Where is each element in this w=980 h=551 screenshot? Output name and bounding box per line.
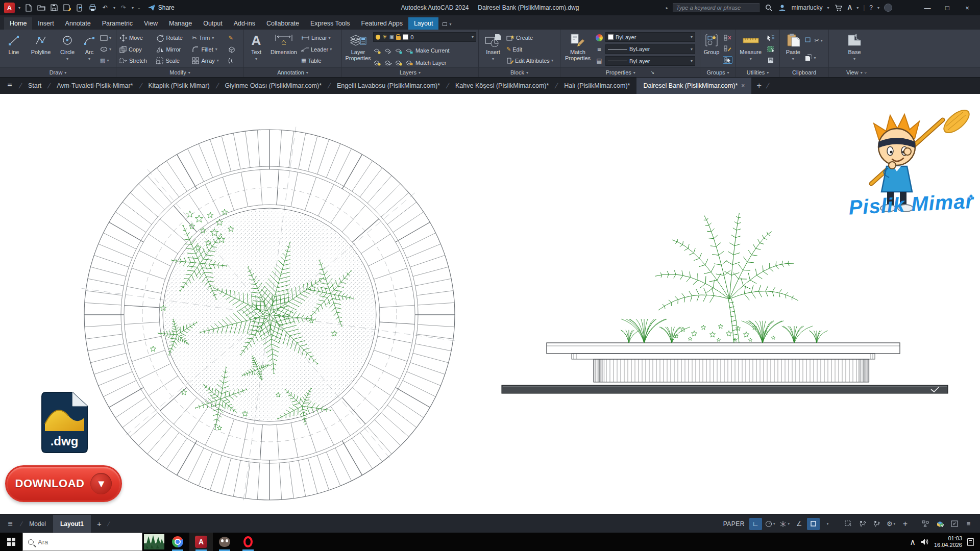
layer-freeze-icon[interactable] xyxy=(395,47,403,54)
save-as-icon[interactable] xyxy=(62,3,71,12)
taskbar-gimp[interactable] xyxy=(213,533,236,551)
search-expand-icon[interactable]: ▸ xyxy=(666,6,668,10)
tray-expand-icon[interactable]: ∧ xyxy=(910,537,916,547)
create-block-button[interactable]: Create xyxy=(506,33,553,43)
tab-annotate[interactable]: Annotate xyxy=(60,17,96,30)
tab-insert[interactable]: Insert xyxy=(32,17,59,30)
tab-manage[interactable]: Manage xyxy=(163,17,198,30)
group-edit-icon[interactable] xyxy=(724,45,731,52)
help-caret-icon[interactable]: ▾ xyxy=(877,6,879,10)
polar-tracking-toggle[interactable]: ▾ xyxy=(764,518,777,530)
ellipse-tool[interactable]: ▾ xyxy=(100,44,111,55)
close-button[interactable]: × xyxy=(960,2,975,13)
layer-unlock2-icon[interactable] xyxy=(405,59,413,66)
workspace-switching-button[interactable]: ⚙▾ xyxy=(885,518,897,530)
app-store-cart-icon[interactable] xyxy=(834,3,843,12)
dimension-button[interactable]: Dimension xyxy=(267,31,300,67)
file-tab-engelli-lavabosu[interactable]: Engelli Lavabosu (PislikMimar.com)* xyxy=(330,78,447,94)
array-button[interactable]: Array▾ xyxy=(192,55,224,66)
volume-icon[interactable] xyxy=(921,538,929,545)
match-layer-button[interactable]: Match Layer xyxy=(415,60,447,66)
object-snap-toggle[interactable] xyxy=(807,518,820,530)
file-tab-kitaplik[interactable]: Kitaplık (Pislik Mimar) xyxy=(141,78,216,94)
new-file-icon[interactable] xyxy=(24,3,33,12)
measure-button[interactable]: Measure ▾ xyxy=(738,31,763,67)
undo-caret-icon[interactable]: ▾ xyxy=(113,6,115,10)
save-icon[interactable] xyxy=(50,3,59,12)
tab-featured-apps[interactable]: Featured Apps xyxy=(356,17,408,30)
linear-dimension-button[interactable]: Linear▾ xyxy=(301,33,332,43)
file-tab-kahve-kosesi[interactable]: Kahve Köşesi (PislikMimar.com)* xyxy=(449,78,555,94)
copy-clip-button[interactable]: ▾ xyxy=(805,53,816,63)
minimize-button[interactable]: — xyxy=(920,2,935,13)
linetype-icon[interactable]: ▤ xyxy=(596,57,602,64)
start-button[interactable] xyxy=(0,533,22,551)
layer-prev-icon[interactable] xyxy=(395,59,403,66)
tab-express-tools[interactable]: Express Tools xyxy=(305,17,356,30)
make-current-button[interactable]: Make Current xyxy=(415,47,450,54)
color-wheel-icon[interactable] xyxy=(596,34,603,41)
customize-qat-icon[interactable]: ⌄ xyxy=(137,6,141,10)
status-bar-menu-icon[interactable]: ≡ xyxy=(962,518,975,530)
select-marquee-icon[interactable] xyxy=(767,46,775,53)
insert-button[interactable]: Insert ▾ xyxy=(481,31,505,67)
panel-label-properties[interactable]: Properties▾↘ xyxy=(560,67,700,77)
group-button[interactable]: Group xyxy=(702,31,721,67)
share-button[interactable]: Share xyxy=(148,4,175,11)
undo-icon[interactable]: ↶ xyxy=(101,3,110,12)
lineweight-icon[interactable]: ≡ xyxy=(597,45,601,53)
rectangle-tool[interactable]: ▾ xyxy=(100,33,111,43)
ribbon-display-toggle[interactable]: ▾ xyxy=(443,22,451,30)
osnap-caret[interactable]: ▾ xyxy=(821,518,834,530)
taskbar-search-input[interactable] xyxy=(38,538,114,546)
tab-parametric[interactable]: Parametric xyxy=(96,17,138,30)
object-color-dropdown[interactable]: ByLayer▾ xyxy=(605,32,695,42)
scale-button[interactable]: Scale xyxy=(156,55,187,66)
stretch-button[interactable]: Stretch xyxy=(119,55,152,66)
graphics-performance-button[interactable] xyxy=(934,518,946,530)
tab-add-ins[interactable]: Add-ins xyxy=(228,17,261,30)
user-avatar-icon[interactable] xyxy=(778,3,787,12)
redo-caret-icon[interactable]: ▾ xyxy=(132,6,134,10)
layout1-tab[interactable]: Layout1 xyxy=(53,515,91,533)
layer-isolate-icon[interactable] xyxy=(384,47,392,54)
panel-label-layers[interactable]: Layers▾ xyxy=(342,67,478,77)
panel-label-annotation[interactable]: Annotation▾ xyxy=(244,67,341,77)
annotation-scale-toggle[interactable] xyxy=(870,518,883,530)
model-tab[interactable]: Model xyxy=(22,515,53,533)
annotation-visibility-toggle[interactable] xyxy=(856,518,869,530)
move-button[interactable]: Move xyxy=(119,33,152,43)
tab-home[interactable]: Home xyxy=(4,17,32,30)
table-button[interactable]: ▦Table xyxy=(301,56,332,66)
layer-properties-button[interactable]: Layer Properties xyxy=(344,31,372,67)
linetype-dropdown[interactable]: ByLayer▾ xyxy=(605,56,695,66)
erase-button[interactable]: ✎ xyxy=(228,33,240,43)
copy-button[interactable]: Copy xyxy=(119,44,152,55)
file-tab-hali[interactable]: Halı (PislikMimar.com)* xyxy=(557,78,636,94)
notification-center-icon[interactable] xyxy=(967,538,974,546)
assistant-icon[interactable] xyxy=(884,4,892,12)
line-button[interactable]: Line xyxy=(2,31,26,67)
panel-label-view[interactable]: View▾▿ xyxy=(829,67,980,77)
paste-button[interactable]: Paste ▾ xyxy=(782,31,804,67)
new-layout-button[interactable]: + xyxy=(91,519,108,528)
layer-match-icon[interactable] xyxy=(384,59,392,66)
search-icon[interactable] xyxy=(764,3,773,12)
open-folder-icon[interactable] xyxy=(37,3,46,12)
offset-button[interactable] xyxy=(228,55,240,66)
circle-button[interactable]: Circle ▾ xyxy=(56,31,79,67)
paper-space-label[interactable]: PAPER xyxy=(723,520,745,528)
group-selection-toggle[interactable] xyxy=(723,56,732,64)
pinned-image-preview[interactable] xyxy=(142,533,166,551)
ungroup-icon[interactable] xyxy=(724,35,731,41)
edit-attributes-button[interactable]: Edit Attributes▾ xyxy=(506,56,553,66)
tab-layout[interactable]: Layout xyxy=(408,17,439,30)
panel-label-block[interactable]: Block▾ xyxy=(479,67,560,77)
base-button[interactable]: Base ▾ xyxy=(841,31,868,67)
ortho-toggle[interactable]: ∟ xyxy=(749,518,762,530)
hatch-tool[interactable]: ▨▾ xyxy=(100,56,111,66)
file-tab-start[interactable]: Start xyxy=(21,78,48,94)
arc-button[interactable]: Arc ▾ xyxy=(80,31,99,67)
lineweight-dropdown[interactable]: ByLayer▾ xyxy=(605,44,695,54)
tray-clock[interactable]: 01:03 16.04.2026 xyxy=(934,535,962,548)
